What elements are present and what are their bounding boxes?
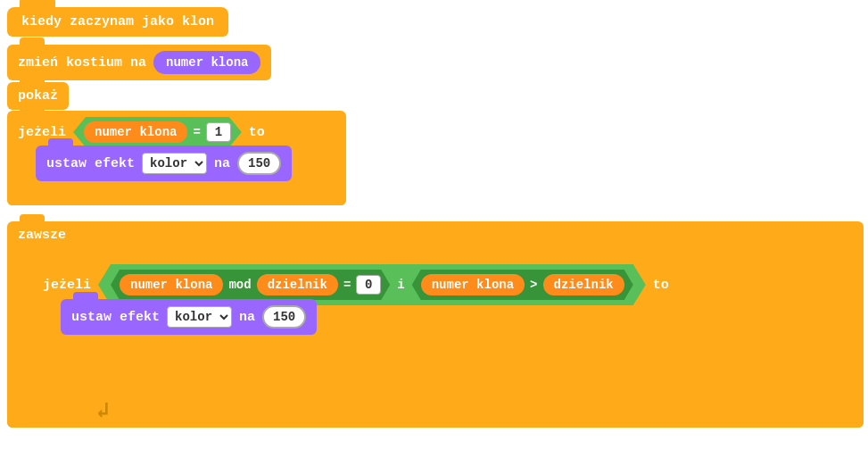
effect-val-1[interactable]: 150	[237, 152, 281, 175]
show-label: pokaż	[18, 88, 58, 104]
change-costume-block: zmień kostium na numer klona	[7, 45, 271, 80]
set-effect-label-1: ustaw efekt	[46, 156, 135, 171]
forever-label: zawsze	[18, 228, 66, 243]
repeat-arrow: ↲	[96, 397, 109, 423]
set-effect-block-2: ustaw efekt kolor na 150	[61, 299, 317, 335]
then-label-1: to	[249, 125, 265, 140]
set-effect-na-2: na	[239, 310, 255, 325]
val-input-1[interactable]: 1	[206, 122, 231, 142]
effect-dropdown-2[interactable]: kolor	[167, 306, 232, 328]
if-label-2: jeżeli	[43, 278, 91, 293]
hat-block: kiedy zaczynam jako klon	[7, 7, 228, 37]
mod-label: mod	[228, 278, 251, 292]
set-effect-block-1: ustaw efekt kolor na 150	[36, 146, 292, 181]
dzielnik-reporter-2: dzielnik	[543, 274, 624, 295]
numer-klona-reporter-2: numer klona	[84, 121, 187, 143]
change-costume-label: zmień kostium na	[18, 55, 146, 71]
then-label-2: to	[653, 278, 669, 293]
if-label-1: jeżeli	[18, 125, 66, 140]
numer-klona-reporter-1: numer klona	[153, 51, 260, 74]
set-effect-label-2: ustaw efekt	[71, 310, 160, 325]
effect-val-2[interactable]: 150	[262, 305, 306, 329]
hat-label: kiedy zaczynam jako klon	[21, 14, 214, 29]
if-condition-1: numer klona = 1	[73, 117, 242, 147]
numer-klona-reporter-3: numer klona	[120, 274, 223, 295]
dzielnik-reporter-1: dzielnik	[257, 274, 338, 295]
numer-klona-reporter-4: numer klona	[421, 274, 525, 295]
val-input-2[interactable]: 0	[356, 275, 381, 295]
set-effect-na-1: na	[214, 156, 230, 171]
eq-sign-2: =	[343, 278, 351, 292]
eq-sign-1: =	[193, 125, 200, 139]
effect-dropdown-1[interactable]: kolor	[142, 153, 207, 174]
gt-label: >	[530, 278, 537, 292]
and-label: i	[397, 278, 404, 292]
